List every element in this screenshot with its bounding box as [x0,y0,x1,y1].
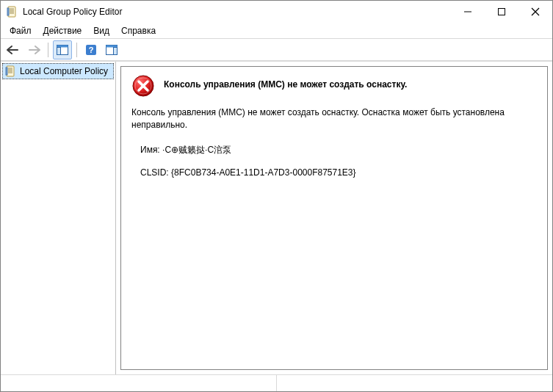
maximize-button[interactable] [485,1,518,23]
detail-pane: Консоль управления (MMC) не может создат… [116,62,552,374]
window-controls [451,1,552,23]
statusbar-cell [1,375,277,391]
error-header: Консоль управления (MMC) не может создат… [131,74,537,98]
statusbar-cell [277,375,552,391]
error-icon [131,74,155,98]
show-hide-tree-button[interactable] [53,40,72,59]
error-title: Консоль управления (MMC) не может создат… [164,79,407,91]
toolbar: ? [1,39,552,61]
show-hide-action-pane-button[interactable] [102,40,121,59]
error-clsid-label: CLSID: [140,167,169,178]
error-name-value: ·С⊕贼籁挞·С涫泵 [162,145,231,155]
error-clsid-row: CLSID: {8FC0B734-A0E1-11D1-A7D3-0000F875… [140,167,537,179]
error-panel: Консоль управления (MMC) не может создат… [120,66,548,370]
toolbar-separator [76,43,77,57]
back-button[interactable] [4,40,23,59]
forward-button[interactable] [24,40,43,59]
error-body: Консоль управления (MMC) не может создат… [131,106,537,132]
content-area: Local Computer Policy [1,61,552,374]
titlebar: Local Group Policy Editor [1,1,552,23]
tree-item-label: Local Computer Policy [20,66,108,76]
svg-rect-14 [57,48,61,55]
toolbar-separator [48,43,48,57]
close-button[interactable] [518,1,552,23]
window-root: Local Group Policy Editor Файл Действие … [0,0,553,392]
menu-action[interactable]: Действие [37,24,88,37]
window-title: Local Group Policy Editor [23,7,451,17]
error-name-row: Имя: ·С⊕贼籁挞·С涫泵 [140,144,537,156]
svg-rect-19 [114,48,118,55]
tree-pane: Local Computer Policy [1,62,116,374]
svg-rect-25 [6,68,7,75]
menu-view[interactable]: Вид [87,24,115,37]
menubar: Файл Действие Вид Справка [1,23,552,39]
minimize-button[interactable] [451,1,485,23]
app-icon [7,6,18,18]
svg-text:?: ? [89,46,94,54]
statusbar [1,374,552,391]
menu-file[interactable]: Файл [4,24,37,37]
policy-icon [5,65,17,77]
help-button[interactable]: ? [82,40,101,59]
error-name-label: Имя: [140,145,160,155]
tree-item-local-computer-policy[interactable]: Local Computer Policy [2,63,114,79]
svg-rect-7 [499,9,505,15]
menu-help[interactable]: Справка [115,24,162,37]
svg-rect-5 [7,8,9,15]
error-clsid-value: {8FC0B734-A0E1-11D1-A7D3-0000F87571E3} [171,167,356,178]
